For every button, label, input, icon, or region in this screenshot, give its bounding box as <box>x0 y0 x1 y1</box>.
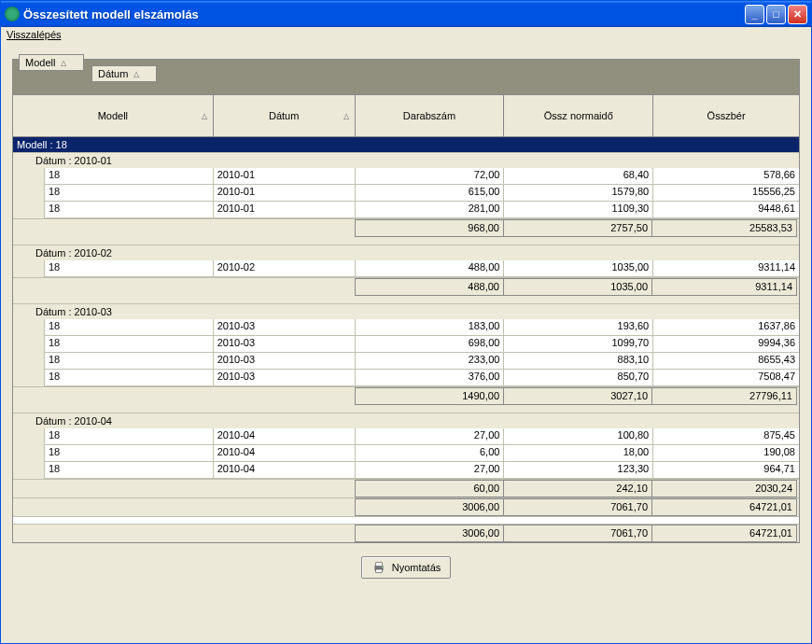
table-row[interactable]: 182010-01281,001109,309448,61 <box>13 202 799 218</box>
cell-modell: 18 <box>45 202 214 218</box>
subtotal-row: 1490,003027,1027796,11 <box>13 386 799 405</box>
table-row[interactable]: 182010-03698,001099,709994,36 <box>13 336 799 353</box>
cell-time: 100,80 <box>504 428 653 445</box>
table-row[interactable]: 182010-0172,0068,40578,66 <box>13 168 799 185</box>
cell-datum: 2010-02 <box>214 260 356 277</box>
footer: Nyomtatás <box>12 543 800 579</box>
table-row[interactable]: 182010-02488,001035,009311,14 <box>13 260 799 277</box>
close-button[interactable]: ✕ <box>788 5 807 24</box>
maximize-button[interactable]: □ <box>766 5 786 24</box>
indent-cell <box>13 202 45 218</box>
cell-wage: 7508,47 <box>653 370 799 386</box>
window-controls: _ □ ✕ <box>745 5 807 24</box>
cell-qty: 6,00 <box>356 445 505 462</box>
cell-modell: 18 <box>45 428 214 445</box>
sort-asc-icon: △ <box>343 112 349 120</box>
group-chip-label: Modell <box>25 57 55 68</box>
group-row-datum[interactable]: Dátum : 2010-04 <box>13 413 799 428</box>
cell-qty: 615,00 <box>356 185 505 202</box>
cell-datum: 2010-01 <box>214 168 356 185</box>
cell-time: 1035,00 <box>504 260 653 277</box>
cell-time: 18,00 <box>504 445 653 462</box>
sort-asc-icon: △ <box>202 112 207 120</box>
spacer <box>13 296 799 303</box>
table-row[interactable]: 182010-0427,00123,30964,71 <box>13 462 799 479</box>
indent-cell <box>13 185 45 202</box>
table-row[interactable]: 182010-03376,00850,707508,47 <box>13 370 799 386</box>
model-total-qty: 3006,00 <box>355 498 504 516</box>
header-ossznormaido[interactable]: Össz normaidő <box>504 95 653 136</box>
spacer <box>13 405 799 413</box>
column-headers: Modell△ Dátum△ Darabszám Össz normaidő Ö… <box>12 94 800 136</box>
app-window: Összesített modell elszámolás _ □ ✕ Viss… <box>0 0 812 644</box>
header-darabszam[interactable]: Darabszám <box>356 95 505 136</box>
cell-qty: 376,00 <box>356 370 505 386</box>
cell-qty: 72,00 <box>356 168 505 185</box>
cell-datum: 2010-04 <box>214 445 356 462</box>
subtotal-qty: 1490,00 <box>355 387 504 405</box>
header-osszber[interactable]: Összbér <box>653 95 799 136</box>
cell-modell: 18 <box>45 462 214 479</box>
subtotal-time: 1035,00 <box>503 278 652 296</box>
indent-cell <box>13 319 45 336</box>
cell-qty: 488,00 <box>356 260 505 277</box>
grand-total-row: 3006,00 7061,70 64721,01 <box>13 524 799 542</box>
header-datum[interactable]: Dátum△ <box>214 95 356 136</box>
indent-cell <box>13 370 45 386</box>
model-total-wage: 64721,01 <box>651 498 797 516</box>
indent-cell <box>13 445 45 462</box>
cell-wage: 9311,14 <box>653 260 799 277</box>
cell-datum: 2010-01 <box>214 185 356 202</box>
svg-point-3 <box>381 567 382 567</box>
minimize-button[interactable]: _ <box>745 5 764 24</box>
table-row[interactable]: 182010-0427,00100,80875,45 <box>13 428 799 445</box>
cell-wage: 9994,36 <box>653 336 799 353</box>
cell-datum: 2010-04 <box>214 428 356 445</box>
cell-wage: 190,08 <box>653 445 799 462</box>
cell-datum: 2010-04 <box>214 462 356 479</box>
cell-datum: 2010-03 <box>214 370 356 386</box>
table-row[interactable]: 182010-03183,00193,601637,86 <box>13 319 799 336</box>
cell-datum: 2010-03 <box>214 319 356 336</box>
svg-rect-1 <box>375 563 382 567</box>
table-row[interactable]: 182010-03233,00883,108655,43 <box>13 353 799 370</box>
titlebar: Összesített modell elszámolás _ □ ✕ <box>1 1 811 27</box>
cell-time: 1579,80 <box>504 185 653 202</box>
table-row[interactable]: 182010-01615,001579,8015556,25 <box>13 185 799 202</box>
printer-icon <box>371 560 386 575</box>
subtotal-time: 2757,50 <box>503 219 652 237</box>
cell-modell: 18 <box>45 336 214 353</box>
subtotal-wage: 27796,11 <box>651 387 797 405</box>
group-chip-datum[interactable]: Dátum △ <box>91 65 157 82</box>
cell-modell: 18 <box>45 445 214 462</box>
cell-qty: 698,00 <box>356 336 505 353</box>
app-icon <box>5 7 20 21</box>
cell-datum: 2010-01 <box>214 202 356 218</box>
group-row-datum[interactable]: Dátum : 2010-03 <box>13 303 799 319</box>
grand-total-wage: 64721,01 <box>651 525 797 542</box>
subtotal-row: 60,00242,102030,24 <box>13 479 799 497</box>
print-button-label: Nyomtatás <box>392 562 441 573</box>
cell-datum: 2010-03 <box>214 353 356 370</box>
cell-qty: 233,00 <box>356 353 505 370</box>
header-modell[interactable]: Modell△ <box>13 95 214 136</box>
subtotal-row: 488,001035,009311,14 <box>13 277 799 296</box>
subtotal-qty: 968,00 <box>355 219 504 237</box>
indent-cell <box>13 260 45 277</box>
cell-time: 883,10 <box>504 353 653 370</box>
sort-asc-icon: △ <box>61 59 66 67</box>
group-row-modell[interactable]: Modell : 18 <box>13 137 799 152</box>
cell-time: 850,70 <box>504 370 653 386</box>
menubar: Visszalépés <box>1 27 811 46</box>
table-row[interactable]: 182010-046,0018,00190,08 <box>13 445 799 462</box>
cell-modell: 18 <box>45 353 214 370</box>
group-row-datum[interactable]: Dátum : 2010-01 <box>13 152 799 168</box>
cell-modell: 18 <box>45 319 214 336</box>
grid-body: Modell : 18 Dátum : 2010-01182010-0172,0… <box>12 136 800 543</box>
group-chip-modell[interactable]: Modell △ <box>19 54 84 71</box>
menu-back[interactable]: Visszalépés <box>7 29 62 40</box>
indent-cell <box>13 353 45 370</box>
group-row-datum[interactable]: Dátum : 2010-02 <box>13 245 799 260</box>
indent-cell <box>13 462 45 479</box>
print-button[interactable]: Nyomtatás <box>361 556 452 579</box>
